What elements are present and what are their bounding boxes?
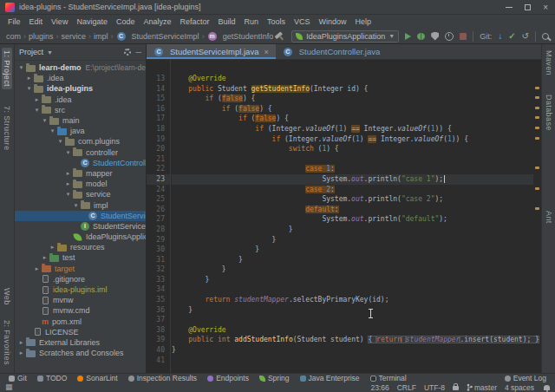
menu-view[interactable]: View: [47, 17, 72, 26]
tree-item-learn-demo[interactable]: ▾learn-demoE:\project\learn-demo: [15, 62, 146, 73]
gutter-line-40[interactable]: 40: [147, 345, 170, 356]
error-stripe-mark[interactable]: [535, 207, 539, 210]
lock-icon[interactable]: [453, 386, 459, 390]
tree-item-com-plugins[interactable]: ▾com.plugins: [15, 136, 146, 147]
breadcrumb-studentserviceimpl[interactable]: CStudentServiceImpl: [116, 32, 199, 41]
code-line-40[interactable]: }: [172, 345, 533, 356]
menu-navigate[interactable]: Navigate: [72, 17, 112, 26]
error-stripe-mark[interactable]: [535, 107, 539, 109]
tree-item-external-libraries[interactable]: ▸External Libraries: [15, 337, 146, 348]
menu-edit[interactable]: Edit: [25, 17, 48, 26]
gutter-line-14[interactable]: 14: [147, 84, 170, 95]
toolwindow-button-todo[interactable]: TODO: [37, 374, 67, 382]
maximize-button[interactable]: [525, 4, 531, 10]
toolwindow-button-terminal[interactable]: Terminal: [370, 374, 407, 382]
code-line-39[interactable]: public int addStudentInfo(Student studen…: [172, 335, 533, 345]
gutter-line-26[interactable]: 26: [147, 205, 170, 215]
error-stripe-mark[interactable]: [535, 127, 539, 129]
error-stripe[interactable]: [533, 60, 541, 373]
toolwindow-button-ant[interactable]: Ant: [544, 208, 554, 226]
tree-item-service[interactable]: ▾service: [15, 189, 146, 199]
gutter-line-18[interactable]: 18: [147, 124, 170, 134]
menu-build[interactable]: Build: [213, 17, 239, 26]
debug-button[interactable]: [417, 33, 425, 40]
stop-button[interactable]: [460, 33, 467, 40]
notification-bell-icon[interactable]: [544, 385, 550, 390]
gutter-line-34[interactable]: 34: [147, 284, 170, 295]
toolwindow-button-maven[interactable]: Maven: [544, 48, 554, 78]
code-line-34[interactable]: [172, 284, 533, 295]
breadcrumb-com[interactable]: com: [6, 32, 21, 41]
gutter-line-31[interactable]: 31: [147, 255, 170, 265]
code-line-14[interactable]: public Student getStudentInfo(Integer id…: [172, 84, 533, 95]
tree-item-resources[interactable]: ▸resources: [15, 242, 146, 252]
gutter-line-33[interactable]: 33: [147, 275, 170, 285]
gear-icon[interactable]: [124, 49, 131, 56]
gutter-line-32[interactable]: 32: [147, 265, 170, 275]
editor[interactable]: 1314151617181920212223242526272829303132…: [147, 60, 541, 373]
tree-item-studentcontroller[interactable]: CStudentController: [15, 158, 146, 168]
gutter-line-25[interactable]: 25: [147, 194, 170, 205]
tree-item-idea-plugins-iml[interactable]: idea-plugins.iml: [15, 284, 146, 295]
gutter-line-24[interactable]: 24: [147, 185, 170, 195]
coverage-button[interactable]: [431, 32, 439, 41]
tree-item-license[interactable]: LICENSE: [15, 327, 146, 337]
code-line-35[interactable]: return studentMapper.selectByPrimaryKey(…: [172, 295, 533, 305]
menu-analyze[interactable]: Analyze: [139, 17, 175, 26]
code-line-32[interactable]: }: [172, 265, 533, 275]
tree-item-idea-plugins[interactable]: ▾idea-plugins: [15, 83, 146, 94]
tree-item-src[interactable]: ▾src: [15, 105, 146, 115]
tree-item-controller[interactable]: ▾controller: [15, 147, 146, 158]
chevron-down-icon[interactable]: ▼: [47, 49, 53, 56]
code-line-31[interactable]: }: [172, 255, 533, 265]
event-log-button[interactable]: Event Log: [505, 374, 546, 382]
git-update-button[interactable]: ↓: [498, 31, 502, 41]
tree-item-java[interactable]: ▾java: [15, 126, 146, 136]
code-line-29[interactable]: }: [172, 235, 533, 245]
run-config-selector[interactable]: IdeaPluginsApplication ▼: [291, 30, 399, 42]
code-line-30[interactable]: }: [172, 245, 533, 255]
error-stripe-mark[interactable]: [535, 167, 539, 169]
gutter-line-19[interactable]: 19: [147, 134, 170, 145]
git-branch-widget[interactable]: master: [467, 383, 497, 392]
code-line-17[interactable]: if (false) {: [172, 114, 533, 124]
tree-item-ideapluginsapplication[interactable]: IdeaPluginsApplication: [15, 232, 146, 242]
gutter-line-23[interactable]: 23: [147, 174, 170, 185]
git-commit-button[interactable]: ✓: [508, 31, 515, 41]
file-encoding[interactable]: UTF-8: [424, 383, 445, 392]
gutter-line-27[interactable]: 27: [147, 214, 170, 225]
error-stripe-mark[interactable]: [535, 187, 539, 190]
toolwindow-button-sonarlint[interactable]: SonarLint: [77, 374, 117, 382]
line-ending[interactable]: CRLF: [397, 383, 416, 392]
code-line-23[interactable]: System.out.println("case 1");: [172, 174, 533, 185]
error-stripe-mark[interactable]: [535, 116, 539, 119]
error-stripe-mark[interactable]: [535, 137, 539, 140]
toolwindow-switcher-icon[interactable]: ▦: [5, 383, 13, 391]
code-area[interactable]: @Override public Student getStudentInfo(…: [172, 60, 533, 373]
menu-code[interactable]: Code: [112, 17, 140, 26]
close-button[interactable]: ×: [543, 4, 548, 10]
toolwindow-button-7-structure[interactable]: 7: Structure: [2, 103, 12, 153]
toolwindow-button-inspection-results[interactable]: Inspection Results: [128, 374, 197, 382]
code-line-22[interactable]: case 1:: [172, 164, 533, 174]
gutter-line-35[interactable]: 35: [147, 295, 170, 305]
breadcrumb-getstudentinfo[interactable]: mgetStudentInfo: [207, 32, 274, 41]
tree-item-mvnw[interactable]: mvnw: [15, 295, 146, 305]
code-line-41[interactable]: [172, 356, 533, 366]
tree-item-gitignore[interactable]: .gitignore: [15, 274, 146, 284]
code-line-25[interactable]: System.out.println("case 2");: [172, 194, 533, 205]
menu-run[interactable]: Run: [240, 17, 264, 26]
code-line-38[interactable]: @Override: [172, 325, 533, 336]
gutter-line-22[interactable]: 22: [147, 164, 170, 174]
gutter-line-37[interactable]: 37: [147, 315, 170, 325]
toolwindow-button-java-enterprise[interactable]: Java Enterprise: [300, 374, 360, 382]
gutter-line-13[interactable]: 13: [147, 74, 170, 84]
tree-item-test[interactable]: ▸test: [15, 252, 146, 263]
gutter-line-21[interactable]: 21: [147, 154, 170, 165]
code-line-27[interactable]: System.out.println("default");: [172, 214, 533, 225]
toolwindow-button-database[interactable]: Database: [544, 92, 554, 134]
gutter-line-41[interactable]: 41: [147, 356, 170, 366]
code-line-21[interactable]: [172, 154, 533, 165]
toolwindow-button-2-favorites[interactable]: 2: Favorites: [2, 317, 12, 368]
code-line-24[interactable]: case 2:: [172, 185, 533, 195]
